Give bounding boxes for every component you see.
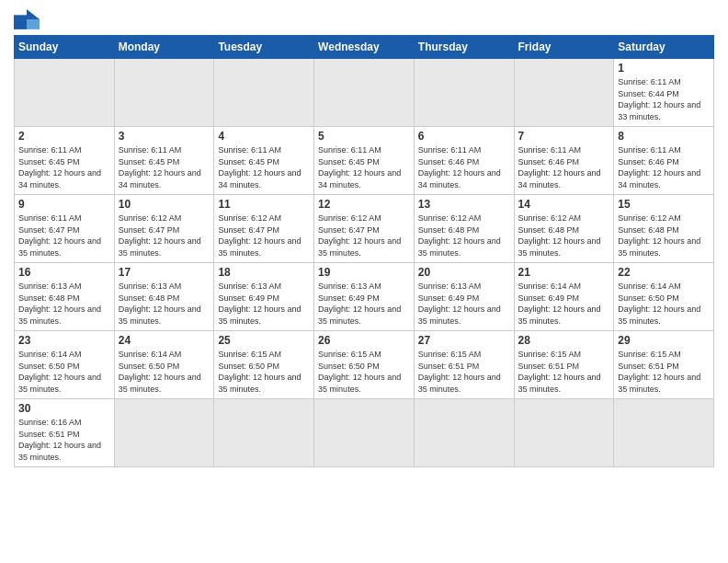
logo-icon — [14, 9, 40, 29]
weekday-wednesday: Wednesday — [314, 36, 415, 59]
weekday-thursday: Thursday — [414, 36, 514, 59]
calendar-cell: 16Sunrise: 6:13 AMSunset: 6:48 PMDayligh… — [15, 263, 115, 331]
calendar-page: SundayMondayTuesdayWednesdayThursdayFrid… — [0, 0, 728, 563]
calendar-cell — [15, 59, 115, 127]
day-info: Sunrise: 6:11 AMSunset: 6:45 PMDaylight:… — [318, 144, 410, 190]
calendar-cell: 3Sunrise: 6:11 AMSunset: 6:45 PMDaylight… — [114, 127, 214, 195]
calendar-cell: 26Sunrise: 6:15 AMSunset: 6:50 PMDayligh… — [314, 331, 415, 399]
calendar-cell: 19Sunrise: 6:13 AMSunset: 6:49 PMDayligh… — [314, 263, 415, 331]
day-number: 15 — [618, 198, 710, 211]
day-number: 9 — [18, 198, 110, 211]
day-info: Sunrise: 6:12 AMSunset: 6:47 PMDaylight:… — [318, 213, 410, 259]
weekday-sunday: Sunday — [15, 36, 115, 59]
day-number: 3 — [119, 130, 210, 143]
day-info: Sunrise: 6:12 AMSunset: 6:47 PMDaylight:… — [119, 213, 210, 259]
day-number: 25 — [218, 334, 310, 347]
day-info: Sunrise: 6:11 AMSunset: 6:45 PMDaylight:… — [18, 144, 110, 190]
calendar-cell: 2Sunrise: 6:11 AMSunset: 6:45 PMDaylight… — [15, 127, 115, 195]
svg-rect-0 — [14, 15, 27, 29]
day-number: 8 — [618, 130, 710, 143]
calendar-cell: 10Sunrise: 6:12 AMSunset: 6:47 PMDayligh… — [114, 195, 214, 263]
calendar-cell: 17Sunrise: 6:13 AMSunset: 6:48 PMDayligh… — [114, 263, 214, 331]
calendar-cell: 25Sunrise: 6:15 AMSunset: 6:50 PMDayligh… — [214, 331, 314, 399]
calendar-cell: 4Sunrise: 6:11 AMSunset: 6:45 PMDaylight… — [214, 127, 314, 195]
calendar-cell: 20Sunrise: 6:13 AMSunset: 6:49 PMDayligh… — [414, 263, 514, 331]
day-info: Sunrise: 6:15 AMSunset: 6:51 PMDaylight:… — [618, 349, 710, 395]
day-number: 2 — [18, 130, 110, 143]
day-info: Sunrise: 6:12 AMSunset: 6:48 PMDaylight:… — [618, 213, 710, 259]
day-info: Sunrise: 6:11 AMSunset: 6:44 PMDaylight:… — [618, 76, 710, 122]
day-number: 22 — [618, 266, 710, 279]
day-info: Sunrise: 6:15 AMSunset: 6:51 PMDaylight:… — [418, 349, 510, 395]
day-info: Sunrise: 6:16 AMSunset: 6:51 PMDaylight:… — [18, 417, 110, 463]
day-info: Sunrise: 6:14 AMSunset: 6:50 PMDaylight:… — [119, 349, 210, 395]
weekday-saturday: Saturday — [614, 36, 714, 59]
header — [14, 9, 714, 29]
calendar-cell: 23Sunrise: 6:14 AMSunset: 6:50 PMDayligh… — [15, 331, 115, 399]
day-info: Sunrise: 6:15 AMSunset: 6:50 PMDaylight:… — [318, 349, 410, 395]
day-info: Sunrise: 6:13 AMSunset: 6:48 PMDaylight:… — [119, 281, 210, 327]
calendar-cell: 22Sunrise: 6:14 AMSunset: 6:50 PMDayligh… — [614, 263, 714, 331]
calendar-cell — [314, 59, 415, 127]
day-info: Sunrise: 6:12 AMSunset: 6:48 PMDaylight:… — [418, 213, 510, 259]
day-info: Sunrise: 6:11 AMSunset: 6:46 PMDaylight:… — [518, 144, 610, 190]
week-row-3: 9Sunrise: 6:11 AMSunset: 6:47 PMDaylight… — [15, 195, 714, 263]
day-info: Sunrise: 6:13 AMSunset: 6:48 PMDaylight:… — [18, 281, 110, 327]
week-row-5: 23Sunrise: 6:14 AMSunset: 6:50 PMDayligh… — [15, 331, 714, 399]
day-number: 28 — [518, 334, 610, 347]
day-number: 13 — [418, 198, 510, 211]
calendar-cell: 9Sunrise: 6:11 AMSunset: 6:47 PMDaylight… — [15, 195, 115, 263]
day-number: 1 — [618, 62, 710, 75]
calendar-cell — [114, 399, 214, 467]
day-number: 26 — [318, 334, 410, 347]
calendar-cell: 21Sunrise: 6:14 AMSunset: 6:49 PMDayligh… — [514, 263, 614, 331]
day-info: Sunrise: 6:11 AMSunset: 6:46 PMDaylight:… — [618, 144, 710, 190]
calendar-cell: 7Sunrise: 6:11 AMSunset: 6:46 PMDaylight… — [514, 127, 614, 195]
week-row-6: 30Sunrise: 6:16 AMSunset: 6:51 PMDayligh… — [15, 399, 714, 467]
weekday-monday: Monday — [114, 36, 214, 59]
svg-marker-1 — [27, 9, 40, 19]
day-number: 30 — [18, 402, 110, 415]
weekday-friday: Friday — [514, 36, 614, 59]
day-number: 19 — [318, 266, 410, 279]
day-info: Sunrise: 6:14 AMSunset: 6:50 PMDaylight:… — [18, 349, 110, 395]
day-info: Sunrise: 6:14 AMSunset: 6:49 PMDaylight:… — [518, 281, 610, 327]
week-row-4: 16Sunrise: 6:13 AMSunset: 6:48 PMDayligh… — [15, 263, 714, 331]
calendar-cell: 24Sunrise: 6:14 AMSunset: 6:50 PMDayligh… — [114, 331, 214, 399]
calendar-cell: 29Sunrise: 6:15 AMSunset: 6:51 PMDayligh… — [614, 331, 714, 399]
day-number: 20 — [418, 266, 510, 279]
calendar-cell — [514, 399, 614, 467]
day-number: 21 — [518, 266, 610, 279]
day-number: 16 — [18, 266, 110, 279]
calendar-cell: 8Sunrise: 6:11 AMSunset: 6:46 PMDaylight… — [614, 127, 714, 195]
week-row-1: 1Sunrise: 6:11 AMSunset: 6:44 PMDaylight… — [15, 59, 714, 127]
calendar-cell — [514, 59, 614, 127]
calendar-cell — [614, 399, 714, 467]
day-info: Sunrise: 6:15 AMSunset: 6:51 PMDaylight:… — [518, 349, 610, 395]
calendar-cell: 18Sunrise: 6:13 AMSunset: 6:49 PMDayligh… — [214, 263, 314, 331]
day-info: Sunrise: 6:12 AMSunset: 6:48 PMDaylight:… — [518, 213, 610, 259]
day-number: 18 — [218, 266, 310, 279]
weekday-header-row: SundayMondayTuesdayWednesdayThursdayFrid… — [15, 36, 714, 59]
calendar-cell: 13Sunrise: 6:12 AMSunset: 6:48 PMDayligh… — [414, 195, 514, 263]
calendar-cell: 27Sunrise: 6:15 AMSunset: 6:51 PMDayligh… — [414, 331, 514, 399]
day-number: 14 — [518, 198, 610, 211]
day-number: 12 — [318, 198, 410, 211]
day-number: 27 — [418, 334, 510, 347]
calendar-cell: 6Sunrise: 6:11 AMSunset: 6:46 PMDaylight… — [414, 127, 514, 195]
day-info: Sunrise: 6:14 AMSunset: 6:50 PMDaylight:… — [618, 281, 710, 327]
svg-marker-2 — [27, 19, 40, 29]
calendar-cell — [214, 59, 314, 127]
day-number: 10 — [119, 198, 210, 211]
day-info: Sunrise: 6:13 AMSunset: 6:49 PMDaylight:… — [418, 281, 510, 327]
day-info: Sunrise: 6:15 AMSunset: 6:50 PMDaylight:… — [218, 349, 310, 395]
calendar-cell: 28Sunrise: 6:15 AMSunset: 6:51 PMDayligh… — [514, 331, 614, 399]
day-info: Sunrise: 6:11 AMSunset: 6:45 PMDaylight:… — [218, 144, 310, 190]
day-number: 6 — [418, 130, 510, 143]
day-number: 11 — [218, 198, 310, 211]
calendar-cell: 15Sunrise: 6:12 AMSunset: 6:48 PMDayligh… — [614, 195, 714, 263]
day-number: 23 — [18, 334, 110, 347]
day-info: Sunrise: 6:13 AMSunset: 6:49 PMDaylight:… — [318, 281, 410, 327]
calendar-cell: 11Sunrise: 6:12 AMSunset: 6:47 PMDayligh… — [214, 195, 314, 263]
day-info: Sunrise: 6:13 AMSunset: 6:49 PMDaylight:… — [218, 281, 310, 327]
